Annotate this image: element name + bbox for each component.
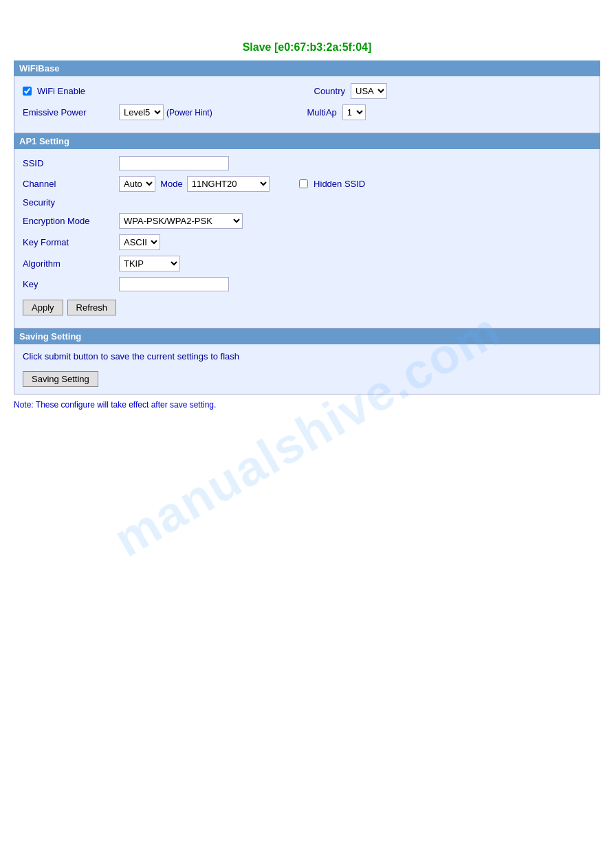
- algorithm-row: Algorithm TKIP AES TKIP+AES: [23, 256, 591, 271]
- ssid-row: SSID WiFi-74370E: [23, 156, 591, 170]
- saving-description: Click submit button to save the current …: [23, 351, 591, 361]
- saving-body: Click submit button to save the current …: [14, 344, 600, 394]
- key-format-select[interactable]: ASCII HEX: [119, 234, 160, 250]
- channel-label: Channel: [23, 179, 119, 189]
- encryption-mode-label: Encryption Mode: [23, 216, 119, 226]
- algorithm-select[interactable]: TKIP AES TKIP+AES: [119, 256, 180, 271]
- power-select[interactable]: Level1 Level2 Level3 Level4 Level5: [119, 104, 164, 120]
- power-hint: (Power Hint): [166, 108, 212, 118]
- emissive-power-label: Emissive Power: [23, 107, 119, 118]
- ssid-input[interactable]: WiFi-74370E: [119, 156, 229, 170]
- wifibase-header: WiFiBase: [14, 60, 600, 76]
- mode-select[interactable]: 11NGHT20 11NGMT20 11B 11G 11N: [187, 176, 270, 192]
- saving-header: Saving Setting: [14, 329, 600, 344]
- algorithm-label: Algorithm: [23, 258, 119, 269]
- saving-setting-button[interactable]: Saving Setting: [23, 371, 98, 387]
- encryption-select[interactable]: WPA-PSK/WPA2-PSK WPA-PSK WPA2-PSK None: [119, 213, 243, 229]
- country-select[interactable]: USA EU JP: [351, 83, 387, 99]
- mode-label: Mode: [160, 179, 183, 189]
- refresh-button[interactable]: Refresh: [67, 300, 117, 315]
- multiap-select[interactable]: 1 2 3 4: [342, 104, 366, 120]
- buttons-row: Apply Refresh: [23, 300, 591, 315]
- key-format-label: Key Format: [23, 237, 119, 247]
- hidden-ssid-checkbox[interactable]: [299, 179, 308, 188]
- country-label: Country: [314, 86, 346, 96]
- wifibase-row2: Emissive Power Level1 Level2 Level3 Leve…: [23, 104, 591, 120]
- channel-select[interactable]: Auto 1234 5678 91011: [119, 176, 155, 192]
- ap1-body: SSID WiFi-74370E Channel Auto 1234 5678 …: [14, 149, 600, 329]
- key-label: Key: [23, 279, 119, 289]
- multiap-label: MultiAp: [307, 107, 337, 118]
- wifibase-body: WiFi Enable Country USA EU JP Emissive P…: [14, 76, 600, 133]
- wifi-enable-label: WiFi Enable: [37, 86, 85, 96]
- key-input[interactable]: hello: [119, 277, 229, 291]
- wifi-enable-checkbox[interactable]: [23, 87, 32, 96]
- channel-row: Channel Auto 1234 5678 91011 Mode 11NGHT…: [23, 176, 591, 192]
- security-row: Security: [23, 197, 591, 208]
- hidden-ssid-label: Hidden SSID: [314, 179, 365, 189]
- wifibase-row1: WiFi Enable Country USA EU JP: [23, 83, 591, 99]
- key-row: Key hello: [23, 277, 591, 291]
- note-text: Note: These configure will take effect a…: [14, 400, 600, 410]
- ap1-header: AP1 Setting: [14, 133, 600, 149]
- ssid-label: SSID: [23, 158, 119, 168]
- page-title: Slave [e0:67:b3:2a:5f:04]: [14, 41, 600, 54]
- encryption-row: Encryption Mode WPA-PSK/WPA2-PSK WPA-PSK…: [23, 213, 591, 229]
- apply-button[interactable]: Apply: [23, 300, 63, 315]
- security-label: Security: [23, 197, 119, 208]
- key-format-row: Key Format ASCII HEX: [23, 234, 591, 250]
